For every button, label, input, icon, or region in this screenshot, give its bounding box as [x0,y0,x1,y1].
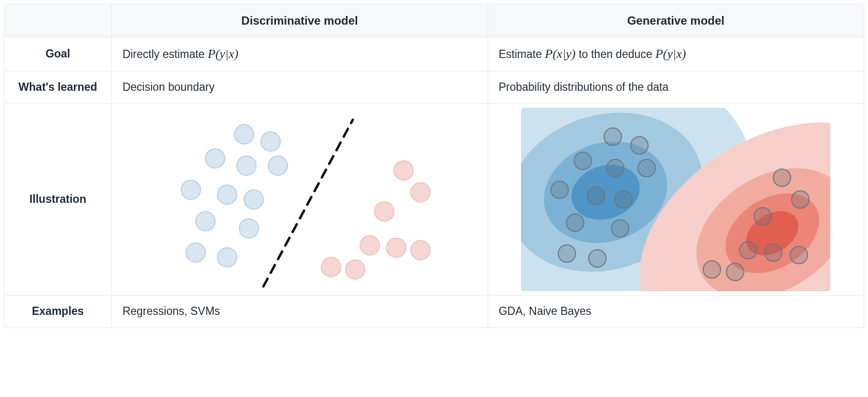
header-empty [4,4,112,37]
goal-disc-math: P(y|x) [208,47,238,61]
svg-point-48 [726,263,744,281]
svg-point-11 [217,248,237,267]
cell-illus-disc [112,103,488,295]
generative-illustration [521,108,830,291]
svg-point-42 [792,191,809,208]
goal-gen-pre: Estimate [499,48,545,60]
goal-gen-mid: to then deduce [576,48,655,60]
svg-point-44 [739,241,757,259]
svg-point-18 [321,257,341,277]
row-learned: What's learned Decision boundary Probabi… [4,71,864,103]
cell-examples-disc: Regressions, SVMs [112,295,488,327]
svg-point-3 [237,156,256,175]
svg-point-8 [196,212,215,231]
goal-gen-math1: P(x|y) [545,47,576,61]
svg-point-43 [754,208,771,225]
svg-point-9 [239,219,259,238]
svg-point-38 [611,220,629,237]
goal-gen-math2: P(y|x) [655,47,686,61]
svg-point-13 [411,183,430,202]
row-illustration: Illustration [4,103,864,295]
svg-point-4 [268,156,288,175]
row-goal: Goal Directly estimate P(y|x) Estimate P… [4,37,864,71]
svg-point-7 [244,190,263,209]
svg-point-41 [773,169,791,186]
header-row: Discriminative model Generative model [4,4,864,37]
svg-point-31 [574,152,592,170]
svg-point-34 [551,181,568,198]
row-illustration-label: Illustration [4,103,112,295]
svg-point-10 [186,243,205,262]
svg-point-5 [181,180,201,199]
blue-cluster [181,125,288,267]
svg-point-37 [566,214,584,231]
svg-point-32 [607,159,624,177]
svg-point-35 [587,187,605,204]
cell-learned-disc: Decision boundary [112,71,488,103]
row-examples-label: Examples [4,295,112,327]
discriminative-illustration [150,108,449,291]
svg-point-6 [217,185,237,204]
red-cluster [321,161,430,279]
svg-point-39 [558,245,576,262]
svg-point-30 [631,137,648,154]
row-goal-label: Goal [4,37,112,71]
svg-point-1 [261,132,280,151]
svg-point-17 [411,241,430,260]
svg-point-14 [375,202,394,221]
cell-learned-gen: Probability distributions of the data [488,71,864,103]
svg-point-16 [387,238,406,257]
header-discriminative: Discriminative model [112,4,488,37]
row-examples: Examples Regressions, SVMs GDA, Naive Ba… [4,295,864,327]
svg-point-40 [589,250,606,267]
models-comparison-table: Discriminative model Generative model Go… [4,4,864,328]
goal-disc-pre: Directly estimate [122,48,207,60]
cell-illus-gen [488,103,864,295]
header-generative: Generative model [488,4,864,37]
svg-point-45 [765,244,782,261]
row-learned-label: What's learned [4,71,112,103]
cell-goal-gen: Estimate P(x|y) to then deduce P(y|x) [488,37,864,71]
svg-point-19 [346,260,365,279]
svg-point-33 [638,159,655,177]
svg-point-12 [394,161,413,180]
cell-goal-disc: Directly estimate P(y|x) [112,37,488,71]
svg-point-29 [604,128,622,145]
svg-point-0 [234,125,254,144]
svg-point-2 [205,149,225,168]
cell-examples-gen: GDA, Naive Bayes [488,295,864,327]
svg-point-15 [360,236,379,255]
svg-point-47 [703,261,721,278]
svg-point-36 [615,191,632,208]
svg-point-46 [790,246,808,264]
